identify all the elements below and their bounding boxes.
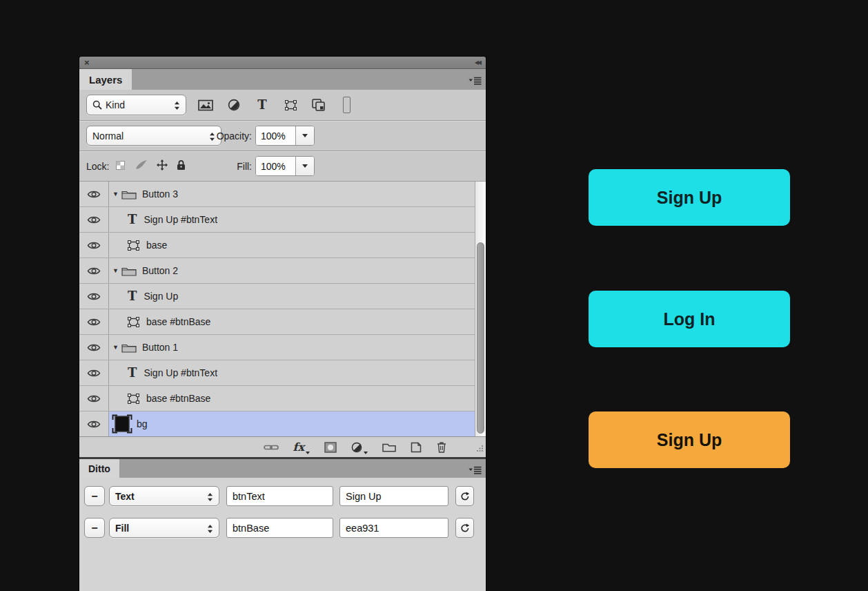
lock-transparency-icon[interactable]	[116, 160, 125, 173]
layer-row-selected[interactable]: bg	[79, 411, 486, 437]
layer-thumbnail	[112, 414, 132, 434]
visibility-toggle[interactable]	[79, 258, 109, 283]
group-folder-icon	[121, 189, 137, 200]
tag-value-input[interactable]	[339, 518, 448, 538]
layer-name: Sign Up	[144, 291, 178, 302]
link-layers-icon[interactable]	[264, 444, 279, 451]
property-select[interactable]: Text	[109, 486, 219, 506]
layer-name: Button 1	[142, 342, 178, 353]
opacity-value[interactable]: 100%	[256, 126, 295, 145]
layer-styles-fx-icon[interactable]: fx	[293, 442, 310, 453]
visibility-toggle[interactable]	[79, 360, 109, 385]
layers-controls: Kind T Normal Opacity:	[79, 90, 486, 181]
fill-dropdown-icon[interactable]	[295, 157, 314, 175]
layer-row-shape[interactable]: base #btnBase	[79, 309, 486, 335]
ditto-panel: Ditto − Text − Fill	[79, 459, 486, 591]
layer-row-shape[interactable]: base #btnBase	[79, 386, 486, 411]
shape-layer-icon	[128, 317, 139, 327]
add-layer-mask-icon[interactable]	[324, 442, 337, 453]
new-group-folder-icon[interactable]	[382, 443, 396, 452]
layer-row-group[interactable]: ▼ Button 3	[79, 182, 486, 207]
filter-shape-layers-icon[interactable]	[282, 100, 299, 110]
layer-name: Button 2	[142, 265, 178, 276]
fill-field[interactable]: 100%	[255, 156, 315, 176]
visibility-toggle[interactable]	[79, 411, 109, 436]
layer-row-text[interactable]: T Sign Up #btnText	[79, 207, 486, 233]
group-folder-icon	[121, 342, 137, 353]
refresh-button[interactable]	[455, 486, 474, 506]
visibility-toggle[interactable]	[79, 233, 109, 258]
layer-name: Sign Up #btnText	[144, 214, 217, 225]
filter-toggle-switch[interactable]	[343, 97, 351, 113]
filter-smart-objects-icon[interactable]	[310, 99, 327, 111]
layer-row-shape[interactable]: base	[79, 233, 486, 258]
opacity-dropdown-icon[interactable]	[295, 126, 314, 145]
lock-position-move-icon[interactable]	[157, 159, 168, 173]
type-layer-icon: T	[128, 290, 137, 302]
tab-layers[interactable]: Layers	[79, 69, 132, 90]
layer-row-text[interactable]: T Sign Up	[79, 284, 486, 309]
layer-row-group[interactable]: ▼ Button 1	[79, 335, 486, 360]
delete-layer-trash-icon[interactable]	[436, 441, 447, 453]
adjustment-layer-icon[interactable]	[351, 442, 368, 453]
tag-value-input[interactable]	[339, 486, 448, 506]
eye-icon	[87, 190, 101, 199]
disclosure-triangle-icon[interactable]: ▼	[112, 344, 119, 351]
demo-button-sign-up-2[interactable]: Sign Up	[589, 411, 790, 468]
layer-row-group[interactable]: ▼ Button 2	[79, 258, 486, 284]
layer-list: ▼ Button 3 T Sign Up #btnText base	[79, 181, 486, 436]
filter-pixel-layers-icon[interactable]	[197, 99, 214, 111]
panel-menu-icon[interactable]	[468, 75, 482, 88]
fill-value[interactable]: 100%	[256, 157, 295, 175]
lock-label: Lock:	[86, 161, 109, 172]
updown-arrows-icon	[207, 524, 213, 536]
demo-button-log-in[interactable]: Log In	[589, 291, 790, 347]
lock-all-icon[interactable]	[177, 159, 186, 173]
tag-name-input[interactable]	[226, 518, 333, 538]
fill-label: Fill:	[202, 161, 252, 172]
layers-panel: × ◀◀ Layers Kind T	[79, 57, 486, 457]
opacity-field[interactable]: 100%	[255, 126, 315, 146]
refresh-button[interactable]	[455, 518, 474, 538]
disclosure-triangle-icon[interactable]: ▼	[112, 267, 119, 274]
layer-row-text[interactable]: T Sign Up #btnText	[79, 360, 486, 386]
visibility-toggle[interactable]	[79, 335, 109, 360]
type-layer-icon: T	[128, 213, 137, 226]
filter-adjustment-layers-icon[interactable]	[226, 99, 242, 111]
layer-name: Button 3	[142, 188, 178, 200]
scrollbar[interactable]	[475, 182, 486, 437]
disclosure-triangle-icon[interactable]: ▼	[112, 191, 119, 197]
layer-name: base #btnBase	[146, 393, 210, 404]
ditto-tab-strip: Ditto	[79, 459, 486, 478]
visibility-toggle[interactable]	[79, 182, 109, 206]
tab-ditto[interactable]: Ditto	[79, 459, 119, 478]
panel-resize-grip[interactable]	[476, 443, 484, 455]
filter-kind-select[interactable]: Kind	[86, 95, 186, 115]
new-layer-icon[interactable]	[411, 442, 422, 453]
lock-pixels-brush-icon[interactable]	[134, 159, 148, 173]
layers-tab-strip: Layers	[79, 69, 486, 90]
panel-menu-icon[interactable]	[468, 465, 482, 477]
filter-row: Kind T	[79, 90, 486, 120]
close-icon[interactable]: ×	[84, 57, 90, 68]
filter-type-layers-icon[interactable]: T	[254, 99, 270, 111]
visibility-toggle[interactable]	[79, 207, 109, 232]
eye-icon	[87, 267, 101, 275]
demo-button-sign-up-1[interactable]: Sign Up	[589, 169, 790, 226]
eye-icon	[87, 420, 101, 429]
collapse-panel-icon[interactable]: ◀◀	[475, 57, 480, 68]
visibility-toggle[interactable]	[79, 309, 109, 334]
visibility-toggle[interactable]	[79, 284, 109, 309]
remove-row-button[interactable]: −	[84, 518, 105, 538]
eye-icon	[87, 241, 101, 250]
scrollbar-thumb[interactable]	[477, 242, 484, 434]
blend-mode-select[interactable]: Normal	[86, 126, 221, 146]
property-select[interactable]: Fill	[109, 518, 219, 538]
visibility-toggle[interactable]	[79, 386, 109, 411]
ditto-body: − Text − Fill	[79, 478, 486, 591]
remove-row-button[interactable]: −	[84, 486, 105, 506]
lock-row: Lock: Fill: 100%	[79, 151, 486, 181]
panel-group: × ◀◀ Layers Kind T	[79, 57, 486, 591]
group-folder-icon	[121, 266, 137, 276]
tag-name-input[interactable]	[226, 486, 333, 506]
